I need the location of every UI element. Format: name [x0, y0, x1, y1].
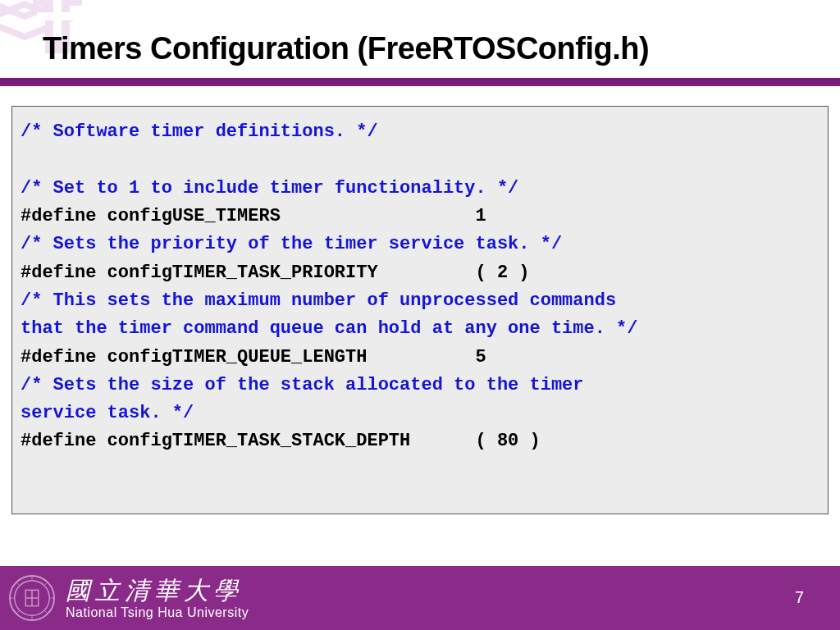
- slide-title: Timers Configuration (FreeRTOSConfig.h): [43, 31, 840, 66]
- code-define: #define configTIMER_TASK_PRIORITY ( 2 ): [21, 262, 530, 283]
- code-define: #define configTIMER_QUEUE_LENGTH 5: [21, 347, 486, 368]
- code-comment: /* Set to 1 to include timer functionali…: [21, 178, 518, 199]
- code-define: #define configTIMER_TASK_STACK_DEPTH ( 8…: [21, 431, 541, 451]
- university-name-english: National Tsing Hua University: [66, 605, 249, 620]
- code-comment: /* Software timer definitions. */: [21, 121, 378, 142]
- svg-line-10: [16, 582, 20, 586]
- code-define: #define configUSE_TIMERS 1: [21, 206, 486, 226]
- slide-footer: 國立清華大學 National Tsing Hua University 7: [0, 566, 840, 630]
- code-comment: /* Sets the priority of the timer servic…: [21, 234, 562, 254]
- svg-line-13: [16, 610, 20, 614]
- svg-line-11: [44, 610, 48, 614]
- svg-line-12: [44, 582, 48, 586]
- code-comment: that the timer command queue can hold at…: [21, 318, 638, 339]
- university-seal-icon: [8, 574, 56, 622]
- university-name-block: 國立清華大學 National Tsing Hua University: [66, 577, 249, 620]
- code-comment: service task. */: [21, 403, 194, 423]
- slide-header: Timers Configuration (FreeRTOSConfig.h): [0, 0, 840, 78]
- code-block: /* Software timer definitions. */ /* Set…: [11, 106, 829, 514]
- page-number: 7: [795, 588, 804, 607]
- code-comment: /* This sets the maximum number of unpro…: [21, 290, 616, 311]
- divider-bar: [0, 78, 840, 86]
- code-comment: /* Sets the size of the stack allocated …: [21, 375, 584, 395]
- university-name-chinese: 國立清華大學: [66, 577, 249, 604]
